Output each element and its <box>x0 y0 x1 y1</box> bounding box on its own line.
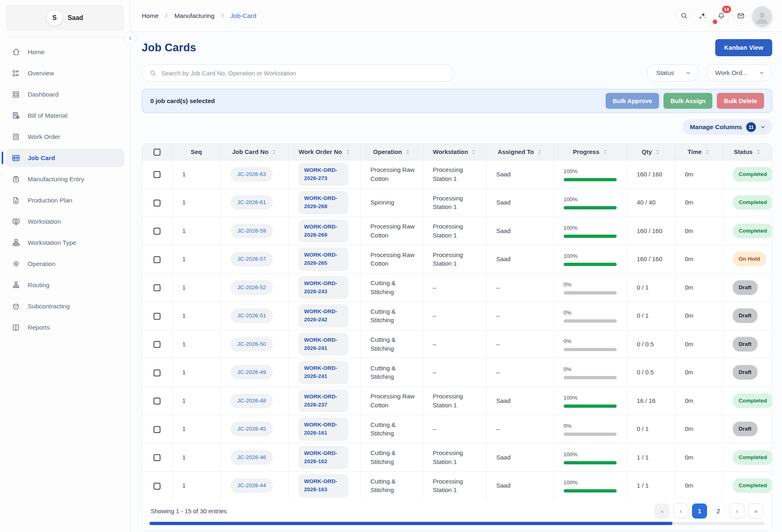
row-checkbox[interactable] <box>154 228 160 235</box>
row-checkbox[interactable] <box>154 171 160 178</box>
job-card-link[interactable]: JC-2026-61 <box>231 195 273 210</box>
row-checkbox[interactable] <box>154 313 160 320</box>
job-card-link[interactable]: JC-2026-57 <box>231 252 273 266</box>
job-card-link[interactable]: JC-2026-46 <box>231 450 273 465</box>
breadcrumb-item-manufacturing[interactable]: Manufacturing <box>174 12 214 20</box>
first-page-button[interactable]: « <box>655 503 670 519</box>
cell-assigned: – <box>486 358 554 387</box>
breadcrumb-item-job-card[interactable]: Job-Card <box>231 12 257 20</box>
work-order-line1: WORK-ORD- <box>304 393 343 401</box>
row-checkbox[interactable] <box>154 284 160 291</box>
job-cards-table: SeqJob Card NoWork Order NoOperationWork… <box>142 144 772 500</box>
search-icon[interactable] <box>676 8 692 24</box>
work-order-link[interactable]: WORK-ORD-2026-237 <box>299 389 348 413</box>
sidebar-item-home[interactable]: Home <box>6 43 124 61</box>
job-card-link[interactable]: JC-2026-59 <box>231 224 273 238</box>
kanban-view-button[interactable]: Kanban View <box>715 39 772 56</box>
sidebar-item-job-card[interactable]: Job Card <box>6 149 124 167</box>
previous-page-button[interactable]: ‹ <box>673 503 688 519</box>
job-card-link[interactable]: JC-2026-50 <box>231 337 273 352</box>
row-checkbox[interactable] <box>154 454 160 461</box>
work-order-link[interactable]: WORK-ORD-2026-163 <box>299 474 348 497</box>
select-all-checkbox[interactable] <box>154 149 160 156</box>
sidebar-item-workstation[interactable]: Workstation <box>6 212 124 231</box>
workstation-icon <box>11 217 20 226</box>
work-order-link[interactable]: WORK-ORD-2026-269 <box>299 220 348 243</box>
column-header-assigned[interactable]: Assigned To <box>486 144 554 160</box>
work-order-link[interactable]: WORK-ORD-2026-241 <box>299 333 348 356</box>
work-order-link[interactable]: WORK-ORD-2026-162 <box>299 446 348 469</box>
progress-label: 0% <box>564 337 622 345</box>
sidebar-item-dashboard[interactable]: Dashboard <box>6 85 124 103</box>
column-header-select[interactable] <box>142 144 172 160</box>
job-card-link[interactable]: JC-2026-44 <box>231 478 273 493</box>
work-order-filter-label: Work Ord... <box>715 69 747 77</box>
column-header-operation[interactable]: Operation <box>360 144 423 160</box>
breadcrumb-item-home[interactable]: Home <box>142 12 158 20</box>
sidebar-item-overview[interactable]: Overview <box>6 64 124 82</box>
row-checkbox[interactable] <box>154 483 160 490</box>
column-header-status[interactable]: Status <box>723 144 772 160</box>
next-page-button[interactable]: › <box>729 503 745 519</box>
column-header-progress[interactable]: Progress <box>554 144 627 160</box>
sidebar-collapse-button[interactable] <box>124 32 136 44</box>
horizontal-scrollbar-thumb[interactable] <box>149 522 672 525</box>
bulk-assign-button[interactable]: Bulk Assign <box>663 93 712 109</box>
job-card-link[interactable]: JC-2026-63 <box>231 167 273 182</box>
column-header-job-card[interactable]: Job Card No <box>220 144 288 160</box>
profile-avatar[interactable] <box>753 7 771 25</box>
user-card[interactable]: S Saad <box>6 5 124 31</box>
sidebar-item-bill-of-material[interactable]: Bill of Material <box>6 106 124 125</box>
bulk-delete-button[interactable]: Bulk Delete <box>717 93 764 109</box>
sparkles-icon[interactable] <box>696 8 710 24</box>
sidebar-item-workstation-type[interactable]: Workstation Type <box>6 233 124 252</box>
manage-columns-button[interactable]: Manage Columns 11 <box>683 119 772 135</box>
cell-select <box>142 330 172 358</box>
work-order-link[interactable]: WORK-ORD-2026-242 <box>299 304 348 328</box>
sidebar-item-manufacturing-entry[interactable]: Manufacturing Entry <box>6 170 124 188</box>
column-header-qty[interactable]: Qty <box>627 144 675 160</box>
work-order-link[interactable]: WORK-ORD-2026-273 <box>299 163 348 186</box>
row-checkbox[interactable] <box>154 256 160 263</box>
sidebar-item-reports[interactable]: Reports <box>6 318 124 336</box>
job-card-link[interactable]: JC-2026-51 <box>231 308 273 323</box>
row-checkbox[interactable] <box>154 426 160 433</box>
search-input[interactable] <box>161 70 446 77</box>
row-checkbox[interactable] <box>154 369 160 376</box>
horizontal-scrollbar-track[interactable] <box>149 522 764 525</box>
work-order-link[interactable]: WORK-ORD-2026-241 <box>299 361 348 384</box>
column-header-workstation[interactable]: Workstation <box>423 144 486 160</box>
work-order-link[interactable]: WORK-ORD-2026-268 <box>299 191 348 214</box>
bulk-approve-button[interactable]: Bulk Approve <box>606 93 659 109</box>
column-label: Status <box>734 148 753 155</box>
work-order-link[interactable]: WORK-ORD-2026-243 <box>299 276 348 299</box>
column-header-work-order[interactable]: Work Order No <box>288 144 360 160</box>
job-card-link[interactable]: JC-2026-45 <box>231 422 273 436</box>
column-header-time[interactable]: Time <box>675 144 723 160</box>
bell-icon[interactable]: 14 <box>714 8 729 24</box>
cell-status: Draft <box>723 358 772 387</box>
sidebar-item-routing[interactable]: Routing <box>6 276 124 294</box>
sidebar-item-work-order[interactable]: Work Order <box>6 128 124 146</box>
row-checkbox[interactable] <box>154 398 160 404</box>
work-order-link[interactable]: WORK-ORD-2026-265 <box>299 248 348 271</box>
job-card-link[interactable]: JC-2026-48 <box>231 394 273 408</box>
work-order-link[interactable]: WORK-ORD-2026-161 <box>299 418 348 441</box>
sidebar-item-production-plan[interactable]: Production Plan <box>6 191 124 209</box>
mail-icon[interactable] <box>733 8 749 24</box>
column-label: Progress <box>573 148 599 155</box>
sidebar-item-subcontracting[interactable]: Subcontracting <box>6 297 124 315</box>
last-page-button[interactable]: » <box>748 503 763 519</box>
status-filter-dropdown[interactable]: Status <box>647 64 699 81</box>
job-card-link[interactable]: JC-2026-52 <box>231 280 273 295</box>
cell-progress: 100% <box>554 217 627 245</box>
work-order-filter-dropdown[interactable]: Work Ord... <box>706 64 772 81</box>
row-checkbox[interactable] <box>154 341 160 348</box>
job-card-link[interactable]: JC-2026-49 <box>231 365 273 380</box>
column-header-inner: Status <box>734 148 761 155</box>
work-order-line1: WORK-ORD- <box>304 279 343 288</box>
page-button-2[interactable]: 2 <box>711 503 726 519</box>
sidebar-item-operation[interactable]: Operation <box>6 255 124 273</box>
row-checkbox[interactable] <box>154 200 160 207</box>
page-button-1[interactable]: 1 <box>692 503 707 519</box>
